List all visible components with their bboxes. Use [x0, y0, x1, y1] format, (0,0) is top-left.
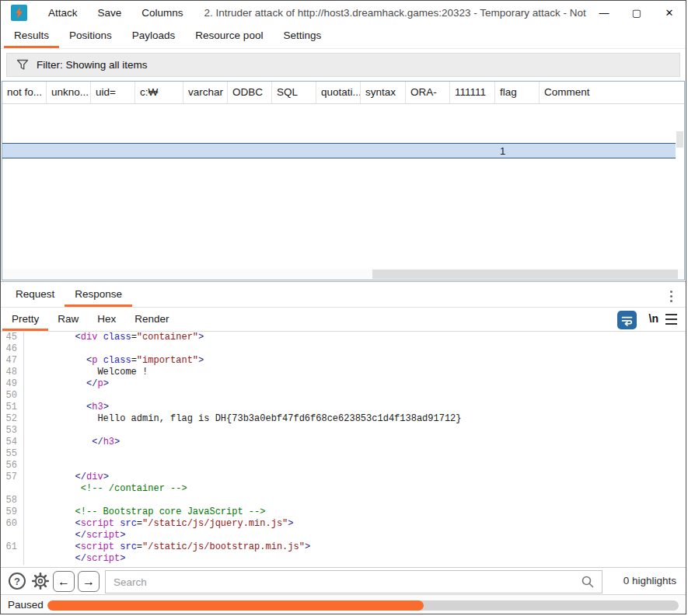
hamburger-menu-icon[interactable]	[663, 311, 679, 327]
tab-pretty[interactable]: Pretty	[2, 308, 48, 331]
column-header-quotati[interactable]: quotati...	[316, 82, 361, 103]
code-text: <p class="important">	[24, 355, 204, 367]
search-field	[105, 570, 602, 593]
tab-settings[interactable]: Settings	[273, 24, 331, 48]
column-header-c[interactable]: c:₩	[135, 82, 183, 103]
column-header-comment[interactable]: Comment	[540, 82, 684, 103]
response-pretty-view[interactable]: 45 <div class="container">4647 <p class=…	[1, 332, 686, 566]
line-number	[1, 530, 24, 541]
kebab-menu-icon[interactable]	[668, 288, 675, 305]
code-line: 46	[1, 343, 686, 355]
code-line: 51 <h3>	[1, 402, 686, 413]
code-line: 47 <p class="important">	[1, 355, 686, 367]
search-toolbar: ? ← → 0 highlights	[1, 567, 686, 594]
window-controls: — ▢ ✕	[588, 1, 686, 24]
code-line: 56	[1, 460, 686, 472]
tab-request[interactable]: Request	[5, 284, 65, 307]
line-number	[1, 553, 24, 565]
close-button[interactable]: ✕	[653, 1, 686, 24]
column-header-unkno[interactable]: unkno...	[47, 82, 91, 103]
line-number: 50	[1, 390, 24, 402]
intruder-attack-window: AttackSaveColumns 2. Intruder attack of …	[0, 0, 686, 614]
code-line: 58	[1, 495, 686, 506]
prev-match-button[interactable]: ←	[53, 571, 75, 592]
line-number: 49	[1, 378, 24, 390]
results-table: not fo...unkno...uid=c:₩varcharODBCSQLqu…	[2, 81, 685, 280]
tab-results[interactable]: Results	[4, 24, 59, 48]
code-text: <!-- Bootstrap core JavaScript -->	[24, 506, 265, 518]
vertical-scrollbar-thumb[interactable]	[676, 131, 683, 148]
next-match-button[interactable]: →	[78, 571, 100, 592]
code-line: 60 <script src="/static/js/jquery.min.js…	[1, 518, 686, 530]
code-line: 50	[1, 390, 686, 402]
line-number: 59	[1, 506, 24, 518]
menu-columns[interactable]: Columns	[131, 7, 193, 19]
tab-response[interactable]: Response	[65, 284, 132, 307]
code-text: </h3>	[24, 437, 120, 448]
code-line: 49 </p>	[1, 378, 686, 390]
tab-positions[interactable]: Positions	[59, 24, 122, 48]
code-text	[24, 460, 30, 472]
tab-resource-pool[interactable]: Resource pool	[185, 24, 273, 48]
code-text	[24, 343, 30, 355]
line-number: 48	[1, 367, 24, 378]
code-line: 61 <script src="/static/js/bootstrap.min…	[1, 541, 686, 553]
line-number: 52	[1, 413, 24, 425]
column-header-not-fo[interactable]: not fo...	[2, 82, 47, 103]
message-editor-tabs: RequestResponse	[1, 284, 686, 308]
gear-icon[interactable]	[31, 572, 50, 593]
tab-hex[interactable]: Hex	[88, 308, 125, 331]
lightning-bolt-icon	[14, 7, 24, 19]
code-line: 45 <div class="container">	[1, 332, 686, 343]
filter-funnel-icon	[16, 59, 29, 71]
search-input[interactable]	[106, 576, 574, 588]
column-header-odbc[interactable]: ODBC	[228, 82, 272, 103]
column-header-flag[interactable]: flag	[495, 82, 540, 103]
code-text: </p>	[24, 378, 109, 390]
line-number: 47	[1, 355, 24, 367]
code-text: </div>	[24, 472, 109, 483]
code-line: 48 Welcome !	[1, 367, 686, 378]
filter-bar[interactable]: Filter: Showing all items	[6, 53, 680, 77]
line-number: 45	[1, 332, 24, 343]
selected-result-row[interactable]: 1	[2, 143, 676, 158]
menu-attack[interactable]: Attack	[38, 7, 88, 19]
line-number: 60	[1, 518, 24, 530]
word-wrap-icon[interactable]	[617, 311, 637, 329]
code-line: 53	[1, 425, 686, 437]
code-line: <!-- /container -->	[1, 483, 686, 495]
tab-render[interactable]: Render	[125, 308, 178, 331]
horizontal-scrollbar-thumb[interactable]	[372, 270, 678, 279]
code-text: <script src="/static/js/bootstrap.min.js…	[24, 541, 310, 553]
line-number: 57	[1, 472, 24, 483]
menu-save[interactable]: Save	[88, 7, 132, 19]
code-text	[24, 448, 30, 460]
code-text: <h3>	[24, 402, 109, 413]
line-number: 51	[1, 402, 24, 413]
tab-payloads[interactable]: Payloads	[122, 24, 186, 48]
column-header-111111[interactable]: 111111	[450, 82, 495, 103]
line-number: 61	[1, 541, 24, 553]
column-header-syntax[interactable]: syntax	[361, 82, 406, 103]
help-icon[interactable]: ?	[9, 572, 26, 590]
pane-splitter[interactable]	[1, 281, 686, 283]
code-line: 52 Hello admin, flag is DH{73b3a0ebf47fd…	[1, 413, 686, 425]
code-text: Welcome !	[24, 367, 148, 378]
code-text: <!-- /container -->	[24, 483, 187, 495]
line-number: 54	[1, 437, 24, 448]
code-text: Hello admin, flag is DH{73b3a0ebf47fd6f6…	[24, 413, 462, 425]
code-line: </script>	[1, 553, 686, 565]
column-header-sql[interactable]: SQL	[272, 82, 316, 103]
code-text	[24, 495, 30, 506]
horizontal-scrollbar[interactable]	[2, 269, 684, 280]
search-icon[interactable]	[574, 571, 602, 593]
column-header-uid[interactable]: uid=	[91, 82, 135, 103]
column-header-varchar[interactable]: varchar	[183, 82, 228, 103]
minimize-button[interactable]: —	[588, 1, 620, 24]
code-text	[24, 390, 30, 402]
tab-raw[interactable]: Raw	[48, 308, 88, 331]
show-newlines-button[interactable]: \n	[649, 312, 658, 325]
maximize-button[interactable]: ▢	[620, 1, 653, 24]
column-header-ora[interactable]: ORA-	[406, 82, 450, 103]
attack-progress-bar	[47, 600, 679, 611]
